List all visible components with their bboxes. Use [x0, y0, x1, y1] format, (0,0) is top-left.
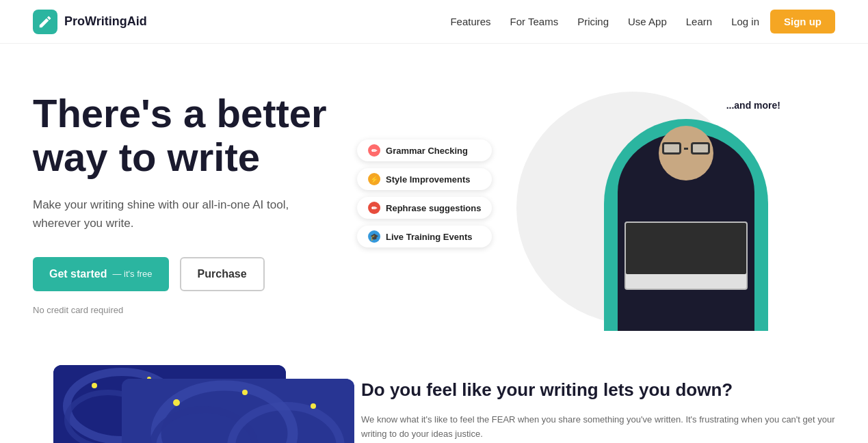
hero-illustration: ...and more! ✏ Grammar Checking ⚡ Style … [430, 85, 835, 331]
svg-point-17 [242, 390, 248, 395]
nav-item-pricing[interactable]: Pricing [577, 16, 609, 28]
svg-point-18 [311, 403, 316, 409]
image-card-front: My idea in my head [122, 379, 354, 443]
get-started-button[interactable]: Get started — it's free [33, 257, 169, 291]
person-area [597, 112, 775, 331]
rephrase-label: Rephrase suggestions [386, 203, 481, 213]
second-left-images: My idea in my head [33, 365, 320, 443]
nav-actions: Log in Sign up [731, 10, 835, 33]
style-label: Style Improvements [386, 174, 471, 185]
hero-subtitle: Make your writing shine with our all-in-… [33, 196, 320, 232]
nav-item-learn[interactable]: Learn [686, 16, 712, 28]
no-credit-card-text: No credit card required [33, 305, 430, 315]
pill-style: ⚡ Style Improvements [357, 168, 492, 190]
svg-point-16 [173, 399, 180, 406]
laptop [624, 222, 748, 290]
free-label: — it's free [112, 269, 152, 279]
pill-grammar: ✏ Grammar Checking [357, 139, 492, 161]
nav-item-use-app[interactable]: Use App [628, 16, 667, 28]
pill-training: 🎓 Live Training Events [357, 226, 492, 247]
training-label: Live Training Events [386, 232, 472, 242]
second-section-body: We know what it's like to feel the FEAR … [361, 413, 835, 442]
svg-point-5 [92, 383, 97, 388]
navbar: ProWritingAid Features For Teams Pricing… [0, 0, 868, 44]
more-label: ...and more! [726, 100, 780, 111]
nav-item-for-teams[interactable]: For Teams [510, 16, 559, 28]
training-icon: 🎓 [368, 230, 380, 243]
nav-links: Features For Teams Pricing Use App Learn [450, 16, 712, 28]
person-glasses [662, 142, 710, 155]
second-images: My idea in my head [33, 365, 320, 443]
style-icon: ⚡ [368, 173, 380, 185]
hero-section: There's a better way to write Make your … [0, 44, 868, 358]
hero-buttons: Get started — it's free Purchase [33, 257, 430, 291]
feature-pills: ✏ Grammar Checking ⚡ Style Improvements … [357, 139, 492, 247]
grammar-icon: ✏ [368, 144, 380, 157]
grammar-label: Grammar Checking [386, 146, 468, 156]
second-section: My idea in my head Do you feel like your… [0, 358, 868, 443]
second-right-text: Do you feel like your writing lets you d… [361, 365, 835, 441]
second-section-title: Do you feel like your writing lets you d… [361, 379, 835, 402]
signup-button[interactable]: Sign up [770, 10, 835, 33]
pill-rephrase: ✏ Rephrase suggestions [357, 197, 492, 219]
rephrase-icon: ✏ [368, 202, 380, 214]
nav-item-features[interactable]: Features [450, 16, 490, 28]
logo-text: ProWritingAid [64, 14, 147, 29]
logo[interactable]: ProWritingAid [33, 10, 147, 34]
purchase-button[interactable]: Purchase [180, 257, 265, 291]
logo-icon [33, 10, 57, 34]
login-button[interactable]: Log in [731, 16, 759, 27]
